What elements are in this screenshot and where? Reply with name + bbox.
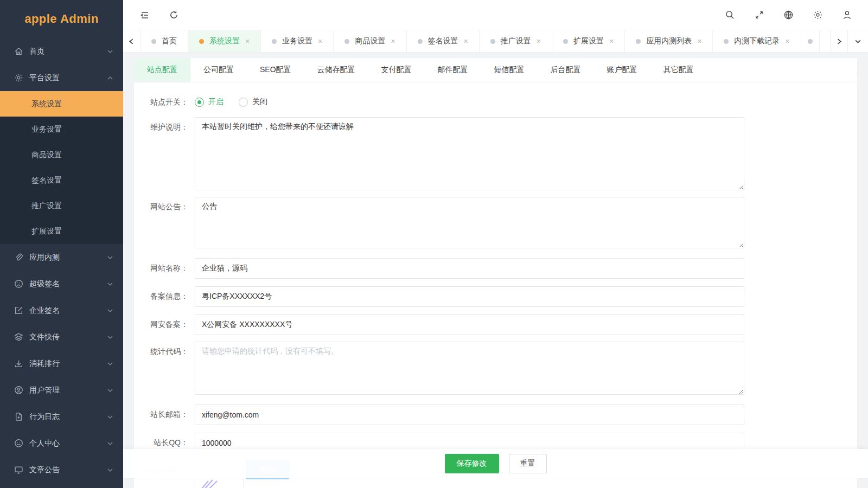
user-circle-icon [14,386,23,395]
police-record-input[interactable] [195,314,744,335]
close-tab-icon[interactable]: × [318,37,322,45]
subtab-sms-config[interactable]: 短信配置 [481,58,538,82]
icp-input[interactable] [195,286,744,307]
subtab-cloud-storage-config[interactable]: 云储存配置 [304,58,368,82]
open-tabs: 首页 系统设置 × 业务设置 × 商品设置 × [141,30,830,52]
close-tab-icon[interactable]: × [464,37,468,45]
tab-business-settings[interactable]: 业务设置 × [261,30,334,52]
tabs-scroll-right-button[interactable] [830,30,847,52]
sidebar-item-enterprise-signature[interactable]: 企业签名 [0,297,123,324]
sidebar-item-file-transfer[interactable]: 文件快传 [0,324,123,350]
subtab-backend-config[interactable]: 后台配置 [538,58,594,82]
site-name-row: 网站名称： [138,258,857,279]
tab-dot-icon [199,39,204,44]
save-button[interactable]: 保存修改 [445,454,499,473]
tab-dot-icon [272,39,277,44]
tabs-scroll-left-button[interactable] [123,30,141,52]
sidebar-item-platform-settings[interactable]: 平台设置 [0,65,123,91]
user-icon[interactable] [842,10,853,21]
close-tab-icon[interactable]: × [785,37,789,45]
sidebar-item-personal-center[interactable]: 个人中心 [0,430,123,457]
sidebar-item-label: 文件快传 [29,332,107,342]
close-tab-icon[interactable]: × [609,37,614,45]
tab-home[interactable]: 首页 [141,30,188,52]
subtab-site-config[interactable]: 站点配置 [134,58,190,82]
tab-beta-download-records[interactable]: 内测下载记录 × [713,30,801,52]
tab-label: 签名设置 [428,36,458,46]
collapse-sidebar-icon[interactable] [139,10,150,21]
announcement-row: 网站公告： 公告 [138,197,857,251]
close-tab-icon[interactable]: × [391,37,395,45]
header-left-actions [139,10,198,21]
sidebar-item-article-announcement[interactable]: 文章公告 [0,457,123,483]
sidebar-item-consumption-ranking[interactable]: 消耗排行 [0,350,123,377]
radio-site-on[interactable]: 开启 [195,97,224,107]
sidebar-subitem-promotion-settings[interactable]: 推广设置 [0,193,123,219]
tab-app-beta-list[interactable]: 应用内测列表 × [625,30,713,52]
tab-dot-icon [344,39,349,44]
tab-signature-settings[interactable]: 签名设置 × [407,30,480,52]
chevron-down-icon [107,414,113,420]
sidebar-item-label: 应用内测 [29,253,107,262]
close-tab-icon[interactable]: × [245,37,250,45]
refresh-icon[interactable] [169,10,180,21]
file-icon [14,412,23,421]
sidebar-item-label: 平台设置 [29,73,107,83]
tab-system-settings[interactable]: 系统设置 × [188,30,261,52]
close-tab-icon[interactable]: × [697,37,701,45]
close-tab-icon[interactable]: × [537,37,541,45]
tab-label: 首页 [162,36,177,46]
webmaster-email-input[interactable] [195,404,744,425]
home-icon [14,47,23,56]
reset-button[interactable]: 重置 [509,454,547,473]
site-switch-row: 站点开关： 开启 关闭 [138,92,857,112]
main-area: 首页 系统设置 × 业务设置 × 商品设置 × [123,0,868,488]
site-name-input[interactable] [195,258,744,279]
sidebar-item-user-management[interactable]: 用户管理 [0,377,123,403]
download-icon [14,359,23,368]
sidebar-item-label: 首页 [29,47,107,56]
subtab-seo-config[interactable]: SEO配置 [247,58,304,82]
sidebar-subitem-extension-settings[interactable]: 扩展设置 [0,219,123,244]
announcement-textarea[interactable]: 公告 [195,197,744,248]
tab-promotion-settings[interactable]: 推广设置 × [480,30,552,52]
tab-overflow-stub[interactable] [801,30,820,52]
subtab-payment-config[interactable]: 支付配置 [368,58,425,82]
sidebar-item-label: 超级签名 [29,279,107,289]
fullscreen-icon[interactable] [754,10,765,21]
gear-icon[interactable] [813,10,824,21]
sidebar-subitem-business-settings[interactable]: 业务设置 [0,117,123,142]
subtab-company-config[interactable]: 公司配置 [190,58,247,82]
sidebar-item-label: 消耗排行 [29,359,107,369]
maintenance-textarea[interactable]: 本站暂时关闭维护，给您带来的不便还请谅解 [195,117,744,190]
page-tab-bar: 首页 系统设置 × 业务设置 × 商品设置 × [123,30,868,53]
subtab-other-config[interactable]: 其它配置 [650,58,707,82]
subtab-mail-config[interactable]: 邮件配置 [425,58,481,82]
tab-extension-settings[interactable]: 扩展设置 × [552,30,625,52]
tab-product-settings[interactable]: 商品设置 × [334,30,406,52]
paperclip-icon [14,253,23,262]
sidebar-subitem-signature-settings[interactable]: 签名设置 [0,168,123,193]
sidebar-item-home[interactable]: 首页 [0,38,123,65]
sidebar-subitem-system-settings[interactable]: 系统设置 [0,91,123,117]
chevron-down-icon [107,48,113,55]
site-switch-options: 开启 关闭 [195,92,744,112]
frown-icon [14,279,23,288]
chevron-down-icon [107,307,113,314]
sidebar-item-app-beta[interactable]: 应用内测 [0,244,123,271]
globe-icon[interactable] [783,10,794,21]
stats-code-row: 统计代码： [138,342,857,397]
search-icon[interactable] [725,10,736,21]
sidebar-item-label: 个人中心 [29,439,107,448]
gear-icon [14,73,23,82]
sidebar-item-super-signature[interactable]: 超级签名 [0,271,123,297]
tabs-menu-dropdown-button[interactable] [847,30,868,52]
tab-dot-icon [418,39,423,44]
radio-site-off[interactable]: 关闭 [239,97,267,107]
sidebar-subitem-product-settings[interactable]: 商品设置 [0,142,123,168]
stats-code-textarea[interactable] [195,342,744,395]
sidebar-item-behavior-log[interactable]: 行为日志 [0,403,123,430]
radio-circle-icon [195,98,204,107]
subtab-account-config[interactable]: 账户配置 [594,58,650,82]
header-right-actions [706,10,853,21]
